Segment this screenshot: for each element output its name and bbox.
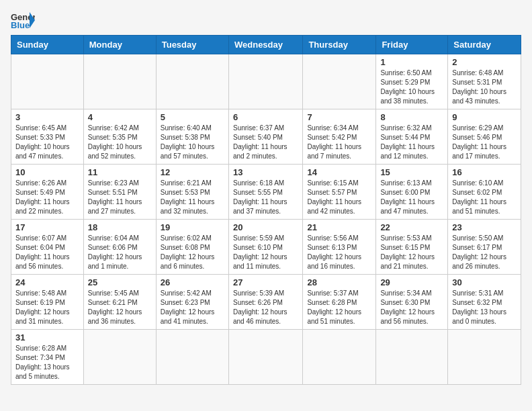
day-info: Sunrise: 6:29 AM Sunset: 5:46 PM Dayligh…: [452, 124, 517, 161]
day-info: Sunrise: 5:34 AM Sunset: 6:30 PM Dayligh…: [380, 289, 443, 326]
calendar-cell: [303, 330, 376, 385]
day-number: 27: [233, 277, 298, 287]
calendar-week-5: 24Sunrise: 5:48 AM Sunset: 6:19 PM Dayli…: [11, 275, 521, 330]
calendar-cell: [228, 330, 302, 385]
calendar-cell: 7Sunrise: 6:34 AM Sunset: 5:42 PM Daylig…: [303, 109, 376, 165]
day-number: 16: [452, 167, 517, 177]
day-number: 5: [161, 112, 224, 122]
weekday-header-row: SundayMondayTuesdayWednesdayThursdayFrid…: [11, 36, 521, 54]
calendar-week-6: 31Sunrise: 6:28 AM Sunset: 7:34 PM Dayli…: [11, 330, 521, 385]
day-number: 25: [88, 277, 152, 287]
day-number: 23: [452, 222, 517, 232]
day-info: Sunrise: 6:50 AM Sunset: 5:29 PM Dayligh…: [380, 68, 443, 106]
calendar-cell: 27Sunrise: 5:39 AM Sunset: 6:26 PM Dayli…: [228, 275, 302, 330]
day-info: Sunrise: 6:02 AM Sunset: 6:08 PM Dayligh…: [161, 234, 224, 271]
day-info: Sunrise: 5:48 AM Sunset: 6:19 PM Dayligh…: [15, 289, 79, 326]
calendar-cell: 2Sunrise: 6:48 AM Sunset: 5:31 PM Daylig…: [448, 54, 521, 109]
calendar-table: SundayMondayTuesdayWednesdayThursdayFrid…: [11, 35, 521, 385]
calendar-cell: [156, 54, 228, 109]
weekday-header-tuesday: Tuesday: [156, 36, 228, 54]
day-info: Sunrise: 6:26 AM Sunset: 5:49 PM Dayligh…: [15, 179, 79, 216]
calendar-cell: 20Sunrise: 5:59 AM Sunset: 6:10 PM Dayli…: [228, 220, 302, 275]
day-info: Sunrise: 5:45 AM Sunset: 6:21 PM Dayligh…: [88, 289, 152, 326]
day-number: 29: [380, 277, 443, 287]
calendar-week-1: 1Sunrise: 6:50 AM Sunset: 5:29 PM Daylig…: [11, 54, 521, 109]
calendar-week-4: 17Sunrise: 6:07 AM Sunset: 6:04 PM Dayli…: [11, 220, 521, 275]
calendar-cell: 8Sunrise: 6:32 AM Sunset: 5:44 PM Daylig…: [376, 109, 448, 165]
calendar-cell: [228, 54, 302, 109]
day-number: 10: [15, 167, 79, 177]
calendar-cell: 19Sunrise: 6:02 AM Sunset: 6:08 PM Dayli…: [156, 220, 228, 275]
day-number: 13: [233, 167, 298, 177]
day-number: 21: [307, 222, 371, 232]
calendar-cell: 6Sunrise: 6:37 AM Sunset: 5:40 PM Daylig…: [228, 109, 302, 165]
day-number: 17: [15, 222, 79, 232]
day-number: 9: [452, 112, 517, 122]
calendar-cell: 31Sunrise: 6:28 AM Sunset: 7:34 PM Dayli…: [11, 330, 84, 385]
weekday-header-thursday: Thursday: [303, 36, 376, 54]
day-info: Sunrise: 5:56 AM Sunset: 6:13 PM Dayligh…: [307, 234, 371, 271]
calendar-cell: 30Sunrise: 5:31 AM Sunset: 6:32 PM Dayli…: [448, 275, 521, 330]
calendar-cell: 25Sunrise: 5:45 AM Sunset: 6:21 PM Dayli…: [83, 275, 156, 330]
day-info: Sunrise: 6:37 AM Sunset: 5:40 PM Dayligh…: [233, 124, 298, 161]
calendar-cell: 12Sunrise: 6:21 AM Sunset: 5:53 PM Dayli…: [156, 165, 228, 220]
day-info: Sunrise: 6:45 AM Sunset: 5:33 PM Dayligh…: [15, 124, 79, 161]
day-number: 7: [307, 112, 371, 122]
calendar-cell: 5Sunrise: 6:40 AM Sunset: 5:38 PM Daylig…: [156, 109, 228, 165]
calendar-cell: 18Sunrise: 6:04 AM Sunset: 6:06 PM Dayli…: [83, 220, 156, 275]
calendar-week-2: 3Sunrise: 6:45 AM Sunset: 5:33 PM Daylig…: [11, 109, 521, 165]
calendar-cell: 15Sunrise: 6:13 AM Sunset: 6:00 PM Dayli…: [376, 165, 448, 220]
day-info: Sunrise: 6:15 AM Sunset: 5:57 PM Dayligh…: [307, 179, 371, 216]
calendar-cell: [448, 330, 521, 385]
day-info: Sunrise: 6:40 AM Sunset: 5:38 PM Dayligh…: [161, 124, 224, 161]
day-info: Sunrise: 6:28 AM Sunset: 7:34 PM Dayligh…: [15, 344, 79, 381]
day-number: 11: [88, 167, 152, 177]
day-info: Sunrise: 6:34 AM Sunset: 5:42 PM Dayligh…: [307, 124, 371, 161]
day-number: 30: [452, 277, 517, 287]
day-number: 28: [307, 277, 371, 287]
calendar-cell: 29Sunrise: 5:34 AM Sunset: 6:30 PM Dayli…: [376, 275, 448, 330]
day-info: Sunrise: 6:18 AM Sunset: 5:55 PM Dayligh…: [233, 179, 298, 216]
calendar-cell: 21Sunrise: 5:56 AM Sunset: 6:13 PM Dayli…: [303, 220, 376, 275]
day-number: 19: [161, 222, 224, 232]
calendar-cell: 17Sunrise: 6:07 AM Sunset: 6:04 PM Dayli…: [11, 220, 84, 275]
day-info: Sunrise: 6:32 AM Sunset: 5:44 PM Dayligh…: [380, 124, 443, 161]
calendar-cell: 14Sunrise: 6:15 AM Sunset: 5:57 PM Dayli…: [303, 165, 376, 220]
day-info: Sunrise: 5:59 AM Sunset: 6:10 PM Dayligh…: [233, 234, 298, 271]
day-info: Sunrise: 5:53 AM Sunset: 6:15 PM Dayligh…: [380, 234, 443, 271]
weekday-header-saturday: Saturday: [448, 36, 521, 54]
calendar-cell: [83, 54, 156, 109]
page-header: General Blue: [11, 11, 521, 30]
day-number: 6: [233, 112, 298, 122]
day-info: Sunrise: 5:39 AM Sunset: 6:26 PM Dayligh…: [233, 289, 298, 326]
calendar-cell: [156, 330, 228, 385]
day-info: Sunrise: 5:37 AM Sunset: 6:28 PM Dayligh…: [307, 289, 371, 326]
day-info: Sunrise: 6:48 AM Sunset: 5:31 PM Dayligh…: [452, 68, 517, 106]
calendar-cell: 10Sunrise: 6:26 AM Sunset: 5:49 PM Dayli…: [11, 165, 84, 220]
day-number: 22: [380, 222, 443, 232]
day-number: 2: [452, 57, 517, 67]
day-info: Sunrise: 6:10 AM Sunset: 6:02 PM Dayligh…: [452, 179, 517, 216]
calendar-cell: [11, 54, 84, 109]
logo: General Blue: [11, 11, 38, 30]
logo-icon: General Blue: [11, 11, 35, 30]
weekday-header-friday: Friday: [376, 36, 448, 54]
calendar-cell: 3Sunrise: 6:45 AM Sunset: 5:33 PM Daylig…: [11, 109, 84, 165]
calendar-cell: [83, 330, 156, 385]
day-number: 3: [15, 112, 79, 122]
weekday-header-sunday: Sunday: [11, 36, 84, 54]
day-info: Sunrise: 6:07 AM Sunset: 6:04 PM Dayligh…: [15, 234, 79, 271]
calendar-cell: 28Sunrise: 5:37 AM Sunset: 6:28 PM Dayli…: [303, 275, 376, 330]
day-info: Sunrise: 5:31 AM Sunset: 6:32 PM Dayligh…: [452, 289, 517, 326]
calendar-cell: 26Sunrise: 5:42 AM Sunset: 6:23 PM Dayli…: [156, 275, 228, 330]
day-number: 12: [161, 167, 224, 177]
weekday-header-monday: Monday: [83, 36, 156, 54]
calendar-cell: [376, 330, 448, 385]
calendar-cell: 13Sunrise: 6:18 AM Sunset: 5:55 PM Dayli…: [228, 165, 302, 220]
weekday-header-wednesday: Wednesday: [228, 36, 302, 54]
calendar-cell: 23Sunrise: 5:50 AM Sunset: 6:17 PM Dayli…: [448, 220, 521, 275]
day-info: Sunrise: 5:42 AM Sunset: 6:23 PM Dayligh…: [161, 289, 224, 326]
day-number: 15: [380, 167, 443, 177]
calendar-cell: 22Sunrise: 5:53 AM Sunset: 6:15 PM Dayli…: [376, 220, 448, 275]
calendar-cell: 1Sunrise: 6:50 AM Sunset: 5:29 PM Daylig…: [376, 54, 448, 109]
